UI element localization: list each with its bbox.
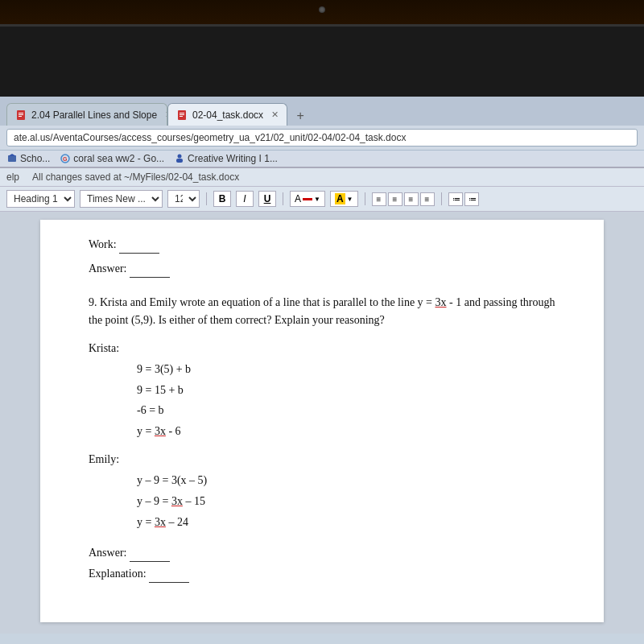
font-color-button[interactable]: A ▼ — [290, 191, 325, 207]
new-tab-button[interactable]: + — [291, 106, 310, 126]
chevron-down-icon-2: ▼ — [347, 196, 353, 203]
answer-blank — [130, 260, 170, 278]
camera-dot — [319, 6, 325, 13]
align-left-button[interactable]: ≡ — [372, 192, 386, 206]
underline-button[interactable]: U — [258, 191, 276, 207]
svg-marker-9 — [8, 154, 16, 156]
work-blank — [119, 236, 159, 254]
explanation-row: Explanation: — [89, 565, 555, 583]
ordered-list-button[interactable]: ≔ — [464, 192, 479, 206]
work-label: Work: — [89, 238, 117, 250]
size-selector[interactable]: 12 — [167, 190, 200, 208]
krista-label: Krista: — [89, 340, 555, 357]
doc-header: elp All changes saved at ~/MyFiles/02-04… — [0, 168, 644, 187]
answer-label-2: Answer: — [89, 547, 126, 559]
svg-rect-13 — [176, 159, 183, 163]
align-right-button[interactable]: ≡ — [404, 192, 419, 206]
explanation-blank — [149, 565, 189, 583]
answer-label: Answer: — [89, 262, 126, 275]
question9-text: 9. Krista and Emily wrote an equation of… — [89, 296, 555, 326]
answer-blank-2 — [130, 544, 170, 562]
chevron-down-icon: ▼ — [314, 196, 320, 203]
answer-line: Answer: — [89, 260, 555, 278]
bold-button[interactable]: B — [213, 191, 231, 207]
align-buttons: ≡ ≡ ≡ ≡ — [372, 192, 435, 206]
krista-line1: 9 = 3(5) + b — [137, 360, 555, 379]
font-color-label: A — [295, 193, 301, 204]
emily-line1: y – 9 = 3(x – 5) — [137, 471, 555, 490]
svg-rect-5 — [180, 113, 184, 114]
monitor-bezel — [0, 24, 644, 97]
answer-row-9: Answer: — [89, 544, 555, 562]
bookmark2-label: coral sea ww2 - Go... — [73, 153, 164, 164]
italic-button[interactable]: I — [236, 191, 254, 207]
school-icon — [6, 153, 18, 164]
svg-point-12 — [178, 155, 182, 159]
screen: 2.04 Parallel Lines and Slope ✕ 02-04_ta… — [0, 97, 644, 644]
bookmark1-label: Scho... — [20, 153, 50, 164]
work-line: Work: — [89, 236, 555, 254]
style-selector[interactable]: Heading 1 — [6, 190, 75, 208]
desk-surface — [0, 0, 644, 97]
tab-task-docx[interactable]: 02-04_task.docx ✕ — [167, 103, 287, 126]
svg-rect-1 — [19, 113, 23, 114]
svg-rect-2 — [19, 114, 23, 115]
toolbar-divider-4 — [441, 192, 442, 205]
bookmark3-label: Creative Writing I 1... — [188, 153, 278, 164]
doc-icon — [15, 109, 27, 121]
list-buttons: ≔ ≔ — [448, 192, 479, 206]
menu-help[interactable]: elp — [6, 171, 19, 183]
list-button[interactable]: ≔ — [448, 192, 463, 206]
tab1-label: 2.04 Parallel Lines and Slope — [31, 109, 157, 121]
doc-icon-2 — [176, 109, 188, 121]
bookmark-coral[interactable]: G coral sea ww2 - Go... — [60, 153, 164, 164]
person-icon — [174, 153, 185, 164]
emily-line3: y = 3x – 24 — [137, 513, 555, 532]
krista-section: Krista: 9 = 3(5) + b 9 = 15 + b -6 = b y… — [89, 340, 555, 441]
color-indicator — [303, 198, 312, 200]
svg-rect-3 — [19, 116, 22, 117]
align-center-button[interactable]: ≡ — [388, 192, 402, 206]
highlight-color-button[interactable]: A ▼ — [330, 191, 358, 207]
font-selector[interactable]: Times New ... — [80, 190, 163, 208]
explanation-label: Explanation: — [89, 568, 147, 580]
krista-line4: y = 3x - 6 — [137, 422, 555, 441]
address-bar[interactable]: ate.al.us/AventaCourses/access_courses/g… — [6, 129, 638, 147]
google-icon: G — [60, 153, 71, 164]
toolbar-divider-1 — [206, 192, 207, 205]
doc-wrapper[interactable]: Work: Answer: 9. Krista and Emily wrote … — [0, 212, 644, 634]
formatting-toolbar: Heading 1 Times New ... 12 B I U A ▼ A ▼ — [0, 187, 644, 212]
svg-rect-6 — [180, 114, 184, 115]
emily-label: Emily: — [89, 451, 555, 468]
saved-status: All changes saved at ~/MyFiles/02-04_tas… — [32, 171, 239, 183]
svg-rect-8 — [8, 155, 16, 162]
question-9: 9. Krista and Emily wrote an equation of… — [89, 294, 555, 330]
tab2-label: 02-04_task.docx — [192, 109, 263, 121]
emily-line2: y – 9 = 3x – 15 — [137, 492, 555, 511]
tab2-close[interactable]: ✕ — [271, 109, 279, 120]
tab-parallel-lines[interactable]: 2.04 Parallel Lines and Slope ✕ — [6, 103, 167, 126]
doc-area: elp All changes saved at ~/MyFiles/02-04… — [0, 168, 644, 634]
highlight-label: A — [335, 193, 345, 204]
bookmark-scho[interactable]: Scho... — [6, 153, 50, 164]
svg-text:G: G — [63, 156, 68, 162]
align-justify-button[interactable]: ≡ — [420, 192, 435, 206]
svg-rect-7 — [180, 116, 183, 117]
krista-line2: 9 = 15 + b — [137, 381, 555, 400]
krista-line3: -6 = b — [137, 401, 555, 420]
browser-chrome: 2.04 Parallel Lines and Slope ✕ 02-04_ta… — [0, 97, 644, 168]
toolbar-divider-2 — [283, 192, 283, 205]
emily-section: Emily: y – 9 = 3(x – 5) y – 9 = 3x – 15 … — [89, 451, 555, 531]
tab-bar: 2.04 Parallel Lines and Slope ✕ 02-04_ta… — [0, 97, 644, 126]
toolbar-divider-3 — [365, 192, 365, 205]
bookmark-creative-writing[interactable]: Creative Writing I 1... — [174, 153, 278, 164]
address-bar-row: ate.al.us/AventaCourses/access_courses/g… — [0, 126, 644, 151]
doc-content: Work: Answer: 9. Krista and Emily wrote … — [40, 220, 604, 622]
bookmarks-bar: Scho... G coral sea ww2 - Go... Creative… — [0, 151, 644, 167]
